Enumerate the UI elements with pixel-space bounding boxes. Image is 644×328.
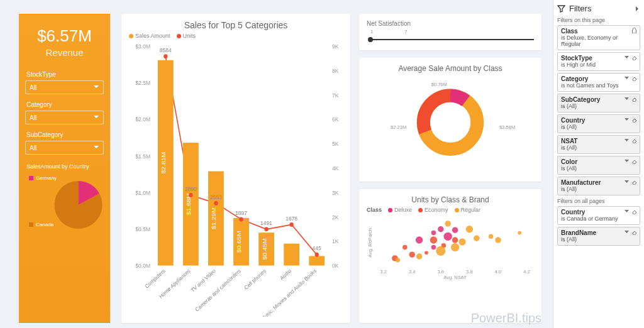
eraser-icon	[631, 179, 637, 185]
filter-card-country[interactable]: Countryis (All)	[557, 114, 640, 133]
eraser-icon	[631, 96, 637, 102]
revenue-value: $6.57M	[25, 26, 104, 46]
stocktype-select[interactable]: All	[25, 80, 104, 94]
svg-text:Cameras and camcorders: Cameras and camcorders	[194, 267, 242, 312]
filter-value: is (All)	[561, 165, 636, 172]
svg-text:3.8: 3.8	[466, 269, 473, 275]
filter-card-color[interactable]: Coloris (All)	[557, 156, 640, 175]
svg-text:4.2: 4.2	[523, 269, 530, 275]
chevron-down-icon	[93, 114, 99, 121]
filter-card-subcategory[interactable]: SubCategoryis (All)	[557, 94, 640, 112]
filters-section-page: Filters on this page	[557, 17, 640, 23]
nsat-title: Net Satisfaction	[367, 20, 534, 27]
svg-text:3.6: 3.6	[438, 269, 445, 275]
svg-text:1: 1	[370, 29, 374, 35]
donut-card: Average Sale Amount by Class $0.76M $2.2…	[359, 58, 541, 182]
svg-point-55	[368, 37, 373, 42]
eraser-icon	[631, 138, 637, 143]
svg-text:3.2: 3.2	[380, 269, 387, 275]
filter-card-country[interactable]: Countryis Canada or Germany	[557, 206, 640, 225]
svg-point-86	[458, 238, 465, 245]
eraser-icon	[631, 117, 637, 123]
svg-text:445: 445	[313, 245, 321, 251]
svg-point-42	[214, 201, 218, 205]
watermark: PowerBI.tips	[471, 311, 541, 325]
svg-point-40	[189, 193, 192, 197]
sidebar-pie-title: SalesAmount by Country	[26, 163, 103, 170]
bar-chart-title: Sales for Top 5 Categories	[129, 20, 343, 30]
subcategory-label: SubCategory	[26, 131, 103, 138]
filter-card-class[interactable]: Classis Deluxe, Economy or Regular	[557, 25, 640, 50]
bar-chart-legend: Sales Amount Units	[129, 33, 343, 39]
svg-text:$0.65M: $0.65M	[236, 231, 242, 253]
svg-point-91	[495, 237, 501, 243]
svg-text:1897: 1897	[235, 210, 247, 216]
svg-text:$0.45M: $0.45M	[261, 238, 267, 260]
svg-text:7K: 7K	[332, 92, 338, 98]
lock-icon	[631, 28, 637, 33]
subcategory-value: All	[30, 145, 36, 151]
svg-text:$0.76M: $0.76M	[431, 82, 447, 87]
eraser-icon	[631, 75, 637, 81]
svg-rect-0	[29, 176, 33, 180]
chevron-down-icon	[93, 145, 99, 151]
kpi-sidebar: $6.57M Revenue StockType All Category Al…	[19, 14, 110, 323]
svg-point-81	[452, 237, 458, 243]
eraser-icon	[631, 158, 637, 164]
svg-text:2K: 2K	[332, 214, 338, 220]
filter-value: is Deluxe, Economy or Regular	[561, 35, 636, 47]
eraser-icon	[631, 209, 637, 214]
filter-value: is not Games and Toys	[561, 82, 636, 89]
svg-text:$3.58M: $3.58M	[499, 124, 515, 130]
svg-text:$2.5M: $2.5M	[135, 80, 150, 86]
filter-card-brandname[interactable]: BrandNameis (All)	[557, 227, 640, 246]
chevron-down-icon	[624, 179, 630, 185]
svg-text:5K: 5K	[332, 141, 338, 147]
filters-pane: Filters Filters on this page Classis Del…	[553, 0, 644, 328]
bar-chart[interactable]: $0.0M$0.5M$1.0M$1.5M$2.0M$2.5M$3.0M0K1K2…	[129, 39, 343, 317]
svg-text:$0.5M: $0.5M	[135, 226, 150, 232]
svg-point-84	[436, 246, 445, 256]
svg-point-78	[425, 251, 428, 254]
svg-point-77	[409, 251, 415, 258]
chevron-down-icon	[624, 229, 630, 235]
svg-text:8K: 8K	[332, 68, 338, 74]
svg-point-79	[430, 236, 437, 243]
donut-chart[interactable]: $0.76M $2.23M $3.58M	[367, 75, 534, 163]
filter-card-manufacturer[interactable]: Manufactureris (All)	[557, 177, 640, 195]
svg-rect-34	[284, 244, 299, 266]
chevron-down-icon	[624, 55, 630, 60]
svg-point-89	[466, 226, 473, 232]
svg-point-90	[445, 221, 451, 227]
svg-point-72	[444, 232, 452, 241]
filter-card-stocktype[interactable]: StockTypeis High or Mid	[557, 52, 640, 71]
svg-text:1491: 1491	[260, 219, 272, 226]
chevron-right-icon[interactable]	[634, 6, 640, 12]
chevron-down-icon	[624, 117, 630, 123]
svg-point-74	[431, 245, 436, 250]
filter-card-category[interactable]: Categoryis not Games and Toys	[557, 73, 640, 92]
svg-point-44	[239, 217, 243, 222]
filter-card-nsat[interactable]: NSATis (All)	[557, 135, 640, 154]
svg-point-73	[452, 227, 458, 233]
svg-rect-1	[29, 222, 33, 227]
svg-text:2553: 2553	[210, 194, 222, 200]
svg-point-50	[315, 253, 319, 257]
svg-point-38	[164, 54, 167, 58]
svg-point-83	[416, 253, 423, 260]
filter-value: is (All)	[561, 186, 636, 192]
chevron-down-icon	[624, 158, 630, 164]
nsat-slider[interactable]: 1 7	[367, 27, 534, 45]
chevron-down-icon	[624, 96, 630, 102]
subcategory-select[interactable]: All	[25, 141, 104, 155]
revenue-label: Revenue	[25, 47, 104, 58]
category-select[interactable]: All	[25, 111, 104, 124]
nsat-card: Net Satisfaction 1 7	[359, 14, 541, 50]
svg-text:Avg. RePurch: Avg. RePurch	[367, 228, 373, 258]
scatter-title: Units by Class & Brand	[367, 195, 534, 204]
scatter-chart[interactable]: 3.23.43.63.84.04.2Avg. NSATAvg. RePurch	[367, 213, 534, 282]
category-label: Category	[26, 101, 103, 108]
svg-point-46	[264, 227, 268, 231]
svg-text:4K: 4K	[332, 165, 338, 172]
svg-text:1678: 1678	[286, 215, 297, 221]
